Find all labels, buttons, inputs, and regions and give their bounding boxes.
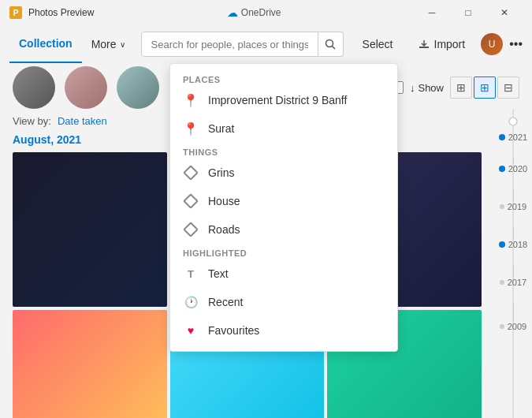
search-icon xyxy=(325,39,336,50)
photo-item[interactable] xyxy=(13,152,167,307)
diamond-icon-3 xyxy=(183,222,199,237)
collection-tab[interactable]: Collection xyxy=(9,25,82,63)
timeline-year-2021[interactable]: 2021 xyxy=(499,132,527,142)
cloud-icon: ☁ xyxy=(227,6,238,19)
year-dot xyxy=(500,204,504,209)
year-dot xyxy=(500,324,504,329)
nav-actions: Select Import U ••• xyxy=(353,32,523,57)
highlight-item-2[interactable]: 🕐 Recent xyxy=(170,288,397,316)
year-dot xyxy=(499,166,505,172)
recent-icon: 🕐 xyxy=(183,294,199,310)
view-toggle: ⊞ ⊞ ⊟ xyxy=(450,77,519,99)
text-icon: T xyxy=(183,266,199,282)
place-pin-icon: 📍 xyxy=(183,92,199,108)
person-avatar-1[interactable] xyxy=(13,66,55,109)
select-button[interactable]: Select xyxy=(353,32,403,57)
svg-line-1 xyxy=(333,47,336,50)
down-arrow-icon: ↓ xyxy=(410,82,415,94)
svg-rect-2 xyxy=(419,47,429,48)
thing-item-1[interactable]: Grins xyxy=(170,159,397,187)
import-icon xyxy=(419,39,430,50)
show-button[interactable]: ↓ Show xyxy=(410,82,444,94)
photo-item[interactable] xyxy=(13,310,167,418)
thing-item-3[interactable]: Roads xyxy=(170,215,397,244)
minimize-button[interactable]: ─ xyxy=(414,0,450,25)
diamond-icon-2 xyxy=(183,193,199,209)
timeline-year-2017[interactable]: 2017 xyxy=(500,278,526,287)
view-by-value[interactable]: Date taken xyxy=(58,115,107,127)
timeline-year-2020[interactable]: 2020 xyxy=(499,164,527,174)
search-area xyxy=(141,32,344,57)
search-box xyxy=(141,32,318,57)
title-bar: P Photos Preview ☁ OneDrive ─ □ ✕ xyxy=(0,0,532,25)
things-section-label: THINGS xyxy=(170,143,397,159)
timeline-marker-top xyxy=(508,117,518,126)
diamond-icon-1 xyxy=(183,165,199,181)
search-input[interactable] xyxy=(151,39,308,50)
more-options-button[interactable]: ••• xyxy=(509,37,523,51)
app-icon: P xyxy=(9,6,22,19)
maximize-button[interactable]: □ xyxy=(450,0,486,25)
timeline-year-2019[interactable]: 2019 xyxy=(500,202,526,211)
grid-view-icon[interactable]: ⊞ xyxy=(474,77,496,99)
search-dropdown: PLACES 📍 Improvement District 9 Banff 📍 … xyxy=(169,63,398,352)
app-title: Photos Preview xyxy=(28,7,94,18)
show-row: ↓ Show ⊞ ⊞ ⊟ xyxy=(391,77,519,99)
avatar[interactable]: U xyxy=(481,33,503,55)
window-controls: ─ □ ✕ xyxy=(414,0,523,25)
list-view-icon[interactable]: ⊞ xyxy=(450,77,472,99)
place-item-2[interactable]: 📍 Surat xyxy=(170,114,397,143)
person-avatar-3[interactable] xyxy=(117,66,159,109)
place-pin-icon-2: 📍 xyxy=(183,121,199,136)
large-grid-icon[interactable]: ⊟ xyxy=(497,77,519,99)
nav-bar: Collection More ∨ Select Import U ••• xyxy=(0,25,532,63)
import-button[interactable]: Import xyxy=(409,32,475,57)
svg-point-3 xyxy=(509,118,517,125)
onedrive-badge: ☁ OneDrive xyxy=(227,6,281,19)
people-row xyxy=(13,66,159,109)
svg-point-0 xyxy=(326,40,333,47)
more-menu-button[interactable]: More ∨ xyxy=(85,25,132,63)
chevron-down-icon: ∨ xyxy=(120,40,125,49)
year-dot xyxy=(499,241,505,248)
person-avatar-2[interactable] xyxy=(65,66,107,109)
thing-item-2[interactable]: House xyxy=(170,187,397,215)
timeline-line xyxy=(513,109,514,418)
highlight-item-3[interactable]: ♥ Favourites xyxy=(170,316,397,345)
year-dot xyxy=(500,280,504,285)
year-dot xyxy=(499,134,505,140)
places-section-label: PLACES xyxy=(170,70,397,86)
highlight-item-1[interactable]: T Text xyxy=(170,259,397,288)
timeline-year-2009[interactable]: 2009 xyxy=(500,322,526,331)
heart-icon: ♥ xyxy=(183,323,199,338)
place-item-1[interactable]: 📍 Improvement District 9 Banff xyxy=(170,86,397,114)
close-button[interactable]: ✕ xyxy=(486,0,523,25)
search-button[interactable] xyxy=(318,32,344,57)
timeline-year-2018[interactable]: 2018 xyxy=(499,240,527,249)
timeline: 2021 2020 2019 2018 2017 xyxy=(494,109,532,418)
highlighted-section-label: HIGHLIGHTED xyxy=(170,244,397,259)
